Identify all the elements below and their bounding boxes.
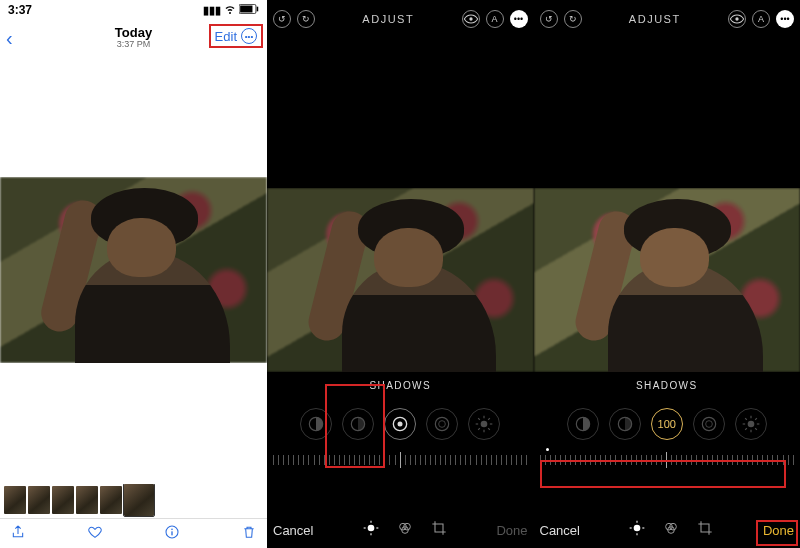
adjust-heading: ADJUST (362, 13, 414, 25)
shadows-tool[interactable] (384, 408, 416, 440)
svg-rect-1 (240, 6, 252, 13)
thumbnail[interactable] (52, 486, 74, 514)
edit-button[interactable]: Edit (215, 29, 237, 44)
tool-label: SHADOWS (534, 380, 801, 400)
svg-point-22 (368, 525, 375, 532)
adjust-tab-icon[interactable] (629, 520, 645, 540)
thumbnail[interactable] (76, 486, 98, 514)
svg-rect-5 (171, 531, 172, 535)
redo-icon[interactable]: ↻ (297, 10, 315, 28)
wifi-icon (224, 3, 236, 17)
more-solid-icon[interactable]: ••• (510, 10, 528, 28)
svg-line-19 (488, 428, 490, 430)
editor-top-bar: ↺ ↻ ADJUST A ••• (267, 0, 534, 38)
done-button[interactable]: Done (763, 523, 794, 538)
thumbnail[interactable] (4, 486, 26, 514)
editor-photo[interactable] (267, 188, 534, 372)
back-button[interactable]: ‹ (6, 27, 13, 50)
photo (267, 188, 534, 372)
tool-label: SHADOWS (267, 380, 534, 400)
eye-icon[interactable] (728, 10, 746, 28)
svg-point-34 (705, 421, 712, 428)
status-time: 3:37 (8, 3, 32, 17)
adjust-tools-row[interactable] (267, 402, 534, 446)
brightness-tool[interactable] (468, 408, 500, 440)
signal-icon: ▮▮▮ (203, 4, 221, 17)
status-bar: 3:37 ▮▮▮ (0, 0, 267, 20)
adjust-tools-row[interactable]: 100 (534, 402, 801, 446)
filters-tab-icon[interactable] (397, 520, 413, 540)
adjust-heading: ADJUST (629, 13, 681, 25)
status-icons: ▮▮▮ (203, 3, 259, 17)
cancel-button[interactable]: Cancel (540, 523, 580, 538)
brightness-tool[interactable] (735, 408, 767, 440)
editor-bottom-bar: Cancel Done (534, 512, 801, 548)
svg-point-10 (398, 422, 403, 427)
svg-point-44 (634, 525, 641, 532)
value-ruler[interactable] (273, 446, 528, 474)
contrast-tool[interactable] (426, 408, 458, 440)
photo (0, 177, 267, 363)
editor-panel-right: ↺ ↻ ADJUST A ••• SHADOWS 100 (534, 0, 801, 548)
thumbnail-strip[interactable] (0, 484, 267, 518)
heart-icon[interactable] (87, 524, 103, 544)
nav-title-main: Today (115, 26, 152, 40)
svg-line-43 (755, 418, 757, 420)
thumbnail[interactable] (100, 486, 122, 514)
undo-icon[interactable]: ↺ (273, 10, 291, 28)
svg-rect-2 (257, 7, 259, 12)
highlights-tool[interactable] (342, 408, 374, 440)
svg-line-18 (478, 418, 480, 420)
battery-icon (239, 4, 259, 16)
svg-line-40 (745, 418, 747, 420)
thumbnail-selected[interactable] (124, 484, 154, 516)
ruler-start-marker (546, 448, 549, 451)
filters-tab-icon[interactable] (663, 520, 679, 540)
cancel-button[interactable]: Cancel (273, 523, 313, 538)
eye-icon[interactable] (462, 10, 480, 28)
contrast-tool[interactable] (693, 408, 725, 440)
value-ruler[interactable] (540, 446, 795, 474)
auto-icon[interactable]: A (486, 10, 504, 28)
svg-point-33 (702, 417, 715, 430)
svg-point-12 (439, 421, 446, 428)
svg-point-6 (469, 17, 472, 20)
share-icon[interactable] (10, 524, 26, 544)
exposure-tool[interactable] (567, 408, 599, 440)
info-icon[interactable] (164, 524, 180, 544)
svg-line-42 (745, 428, 747, 430)
nav-title-sub: 3:37 PM (115, 40, 152, 50)
ruler-ticks (540, 446, 795, 474)
svg-line-21 (488, 418, 490, 420)
highlights-tool[interactable] (609, 408, 641, 440)
nav-bar: ‹ Today 3:37 PM Edit ••• (0, 20, 267, 56)
exposure-tool[interactable] (300, 408, 332, 440)
svg-point-11 (436, 417, 449, 430)
more-icon[interactable]: ••• (241, 28, 257, 44)
undo-icon[interactable]: ↺ (540, 10, 558, 28)
photos-view-panel: 3:37 ▮▮▮ ‹ Today 3:37 PM Edit ••• (0, 0, 267, 548)
thumbnail[interactable] (28, 486, 50, 514)
edit-callout-box: Edit ••• (209, 24, 263, 48)
redo-icon[interactable]: ↻ (564, 10, 582, 28)
svg-line-41 (755, 428, 757, 430)
editor-bottom-bar: Cancel Done (267, 512, 534, 548)
done-button[interactable]: Done (496, 523, 527, 538)
more-solid-icon[interactable]: ••• (776, 10, 794, 28)
editor-top-bar: ↺ ↻ ADJUST A ••• (534, 0, 801, 38)
nav-title: Today 3:37 PM (115, 26, 152, 50)
editor-photo[interactable] (534, 188, 801, 372)
adjust-tab-icon[interactable] (363, 520, 379, 540)
photo (534, 188, 801, 372)
editor-panel-mid: ↺ ↻ ADJUST A ••• SHADOWS (267, 0, 534, 548)
editor-panels: ↺ ↻ ADJUST A ••• SHADOWS (267, 0, 800, 548)
shadows-tool-selected[interactable]: 100 (651, 408, 683, 440)
crop-tab-icon[interactable] (697, 520, 713, 540)
photo-viewer[interactable] (0, 56, 267, 484)
ruler-ticks (273, 446, 528, 474)
crop-tab-icon[interactable] (431, 520, 447, 540)
auto-icon[interactable]: A (752, 10, 770, 28)
trash-icon[interactable] (241, 524, 257, 544)
shadows-value: 100 (658, 418, 676, 430)
bottom-toolbar (0, 518, 267, 548)
